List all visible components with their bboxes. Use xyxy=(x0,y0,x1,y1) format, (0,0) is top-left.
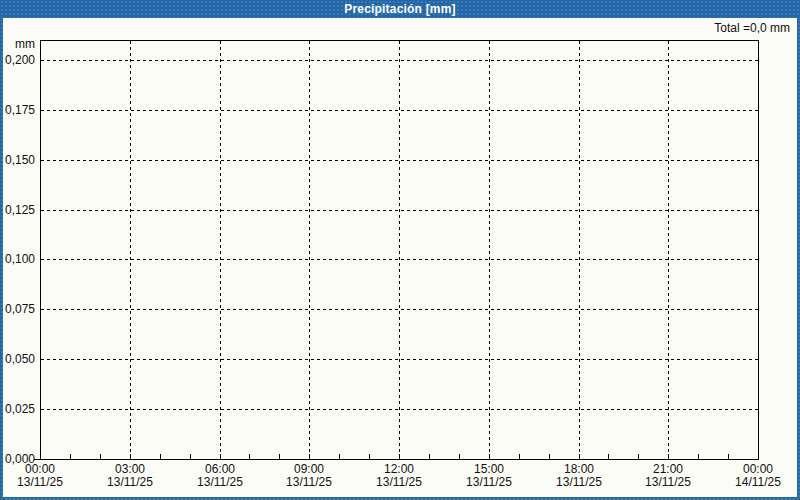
y-tick-label: 0,125 xyxy=(0,203,35,217)
x-tick-date: 13/11/25 xyxy=(556,476,602,489)
x-tick-label: 15:0013/11/25 xyxy=(466,463,512,489)
y-axis-unit-label: mm xyxy=(0,37,35,51)
x-tick-label: 21:0013/11/25 xyxy=(645,463,691,489)
x-tick-label: 06:0013/11/25 xyxy=(197,463,243,489)
x-tick-date: 13/11/25 xyxy=(286,476,332,489)
plot-area xyxy=(0,0,800,500)
x-tick-date: 13/11/25 xyxy=(466,476,512,489)
x-tick-date: 14/11/25 xyxy=(735,476,781,489)
y-tick-label: 0,200 xyxy=(0,53,35,67)
y-tick-label: 0,025 xyxy=(0,402,35,416)
y-tick-label: 0,150 xyxy=(0,153,35,167)
x-tick-date: 13/11/25 xyxy=(376,476,422,489)
chart-window: Precipitación [mm] Total =0,0 mm mm 0,20… xyxy=(0,0,800,500)
x-tick-date: 13/11/25 xyxy=(17,476,63,489)
y-tick-label: 0,075 xyxy=(0,302,35,316)
x-tick-label: 18:0013/11/25 xyxy=(556,463,602,489)
x-tick-label: 12:0013/11/25 xyxy=(376,463,422,489)
x-tick-date: 13/11/25 xyxy=(197,476,243,489)
x-tick-label: 00:0013/11/25 xyxy=(17,463,63,489)
y-tick-label: 0,175 xyxy=(0,103,35,117)
y-tick-label: 0,050 xyxy=(0,352,35,366)
x-tick-label: 09:0013/11/25 xyxy=(286,463,332,489)
x-tick-date: 13/11/25 xyxy=(107,476,153,489)
x-tick-label: 03:0013/11/25 xyxy=(107,463,153,489)
x-tick-date: 13/11/25 xyxy=(645,476,691,489)
y-tick-label: 0,100 xyxy=(0,252,35,266)
x-tick-label: 00:0014/11/25 xyxy=(735,463,781,489)
